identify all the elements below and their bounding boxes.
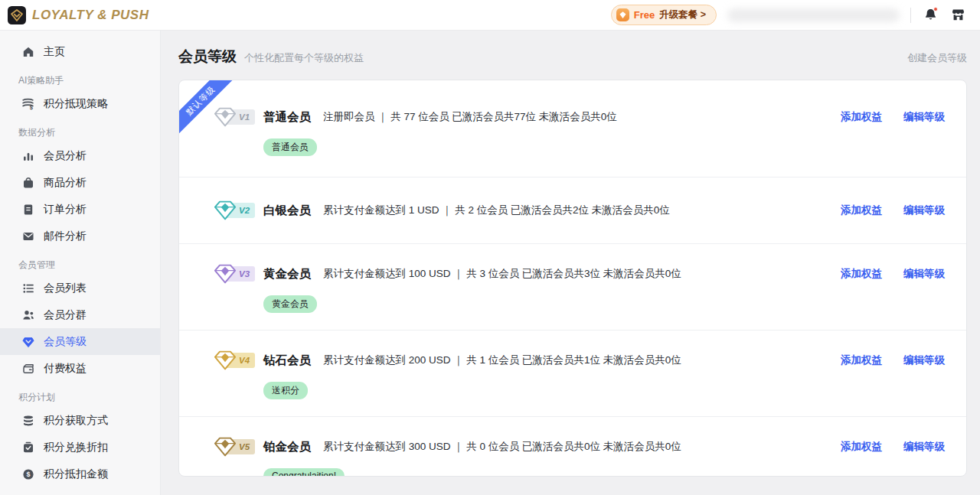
- sidebar-item-product-analytics[interactable]: 商品分析: [0, 169, 160, 196]
- sidebar-item-points-deduction[interactable]: $ 积分抵扣金额: [0, 461, 160, 487]
- sidebar-item-home[interactable]: 主页: [0, 38, 160, 65]
- add-benefit-link[interactable]: 添加权益: [841, 353, 882, 367]
- bag-check-icon: [21, 441, 34, 454]
- tier-row-v5: V5 铂金会员 累计支付金额达到 300 USD ｜ 共 0 位会员 已激活会员…: [179, 417, 966, 477]
- tier-badge-v2: V2: [213, 199, 254, 222]
- tier-badge-v4: V4: [213, 349, 254, 372]
- sidebar-item-label: 会员分析: [44, 149, 87, 163]
- sidebar-item-label: 订单分析: [44, 203, 87, 217]
- sidebar-item-member-segments[interactable]: 会员分群: [0, 301, 160, 328]
- sidebar-item-points-earning[interactable]: 积分获取方式: [0, 407, 160, 434]
- add-benefit-link[interactable]: 添加权益: [841, 110, 882, 124]
- tier-description: 注册即会员 ｜ 共 77 位会员 已激活会员共77位 未激活会员共0位: [323, 110, 617, 124]
- add-benefit-link[interactable]: 添加权益: [841, 267, 882, 281]
- sidebar-item-label: 会员列表: [44, 282, 87, 295]
- sidebar-section-points-plan: 积分计划: [0, 382, 160, 407]
- member-levels-card: 默认等级 V1 普通会员 注册即会员 ｜ 共 77 位会员 已激活会员共77位 …: [178, 80, 967, 477]
- users-icon: [21, 308, 34, 321]
- dollar-circle-icon: $: [21, 467, 34, 480]
- sidebar-item-label: 积分抵现策略: [44, 97, 108, 111]
- edit-level-link[interactable]: 编辑等级: [903, 267, 945, 281]
- sidebar-section-settings: 设置: [0, 487, 160, 495]
- gem-icon: [213, 263, 237, 285]
- edit-level-link[interactable]: 编辑等级: [903, 440, 945, 454]
- sidebar-item-label: 积分获取方式: [44, 414, 108, 428]
- tier-tag: 送积分: [263, 382, 308, 399]
- brand-name: LOYALTY & PUSH: [32, 8, 149, 23]
- svg-text:$: $: [26, 471, 30, 478]
- sidebar-item-email-analytics[interactable]: 邮件分析: [0, 223, 160, 249]
- wallet-card-icon: [21, 362, 34, 375]
- sidebar-item-label: 会员分群: [44, 308, 87, 322]
- tier-row-v4: V4 钻石会员 累计支付金额达到 200 USD ｜ 共 1 位会员 已激活会员…: [179, 331, 966, 417]
- sidebar-item-label: 主页: [44, 45, 65, 59]
- tier-name: 铂金会员: [263, 439, 311, 455]
- edit-level-link[interactable]: 编辑等级: [903, 204, 945, 217]
- edit-level-link[interactable]: 编辑等级: [903, 110, 945, 124]
- sidebar-item-label: 邮件分析: [44, 230, 87, 243]
- topbar-divider: [910, 8, 911, 23]
- tier-tag: 黄金会员: [263, 295, 317, 313]
- plan-name: Free: [634, 9, 655, 21]
- upgrade-plan-button[interactable]: Free 升级套餐 >: [611, 5, 717, 25]
- sidebar-item-points-redeem-discount[interactable]: 积分兑换折扣: [0, 434, 160, 461]
- tier-badge-v5: V5: [213, 435, 254, 458]
- gem-icon: [213, 350, 237, 371]
- sidebar-item-member-analytics[interactable]: 会员分析: [0, 142, 160, 169]
- masked-account-name: [727, 8, 900, 22]
- shopping-bag-icon: [21, 176, 34, 189]
- home-icon: [21, 45, 34, 58]
- tier-row-v1: 默认等级 V1 普通会员 注册即会员 ｜ 共 77 位会员 已激活会员共77位 …: [179, 80, 966, 177]
- sidebar-item-order-analytics[interactable]: 订单分析: [0, 196, 160, 223]
- diamond-icon: [21, 335, 34, 348]
- tier-description: 累计支付金额达到 300 USD ｜ 共 0 位会员 已激活会员共0位 未激活会…: [323, 440, 681, 454]
- sidebar-item-member-list[interactable]: 会员列表: [0, 275, 160, 301]
- create-level-button[interactable]: 创建会员等级: [907, 51, 967, 65]
- envelope-icon: [21, 230, 34, 243]
- brand-gem-icon: [8, 6, 26, 24]
- add-benefit-link[interactable]: 添加权益: [841, 440, 882, 454]
- notification-dot: [933, 7, 938, 11]
- sidebar-section-member-mgmt: 会员管理: [0, 249, 160, 275]
- store-icon[interactable]: [949, 7, 966, 24]
- tier-row-v2: V2 白银会员 累计支付金额达到 1 USD ｜ 共 2 位会员 已激活会员共2…: [179, 177, 966, 244]
- upgrade-label: 升级套餐 >: [659, 8, 706, 21]
- tier-name: 普通会员: [263, 109, 311, 125]
- gem-icon: [213, 200, 237, 221]
- tier-name: 钻石会员: [263, 353, 311, 369]
- sidebar-item-label: 付费权益: [44, 362, 87, 376]
- tier-description: 累计支付金额达到 1 USD ｜ 共 2 位会员 已激活会员共2位 未激活会员共…: [323, 204, 670, 217]
- svg-text:$: $: [30, 104, 34, 110]
- gem-icon: [213, 436, 237, 458]
- sidebar-item-label: 商品分析: [44, 176, 87, 190]
- tier-name: 黄金会员: [263, 266, 311, 282]
- sidebar: 主页 AI策略助手 $ 积分抵现策略 数据分析 会员分析: [0, 31, 161, 495]
- sidebar-section-ai: AI策略助手: [0, 65, 160, 90]
- sidebar-item-label: 会员等级: [44, 335, 87, 349]
- tier-description: 累计支付金额达到 100 USD ｜ 共 3 位会员 已激活会员共3位 未激活会…: [323, 267, 681, 281]
- list-icon: [21, 282, 34, 295]
- sidebar-item-label: 积分兑换折扣: [44, 441, 108, 454]
- notifications-bell-icon[interactable]: [922, 7, 939, 24]
- tier-tag: 普通会员: [263, 138, 317, 156]
- edit-level-link[interactable]: 编辑等级: [903, 353, 945, 367]
- sidebar-section-analytics: 数据分析: [0, 117, 160, 142]
- sidebar-item-paid-benefits[interactable]: 付费权益: [0, 355, 160, 382]
- document-icon: [21, 203, 34, 216]
- page-title: 会员等级: [178, 47, 237, 67]
- gem-icon: [213, 106, 237, 128]
- sidebar-item-label: 积分抵扣金额: [44, 467, 108, 481]
- sidebar-item-points-strategy[interactable]: $ 积分抵现策略: [0, 90, 160, 117]
- points-cash-strategy-icon: $: [21, 97, 34, 110]
- tier-badge-v3: V3: [213, 262, 254, 285]
- tier-row-v3: V3 黄金会员 累计支付金额达到 100 USD ｜ 共 3 位会员 已激活会员…: [179, 244, 966, 331]
- plan-gem-icon: [616, 8, 629, 21]
- tier-tag: Congratulaition!: [263, 468, 345, 477]
- coins-stack-icon: [21, 414, 34, 427]
- main-content: 会员等级 个性化配置每个等级的权益 创建会员等级 默认等级 V1: [161, 31, 980, 495]
- page-subtitle: 个性化配置每个等级的权益: [244, 51, 364, 65]
- sidebar-item-member-levels[interactable]: 会员等级: [0, 328, 160, 355]
- brand-logo[interactable]: LOYALTY & PUSH: [8, 6, 149, 24]
- tier-description: 累计支付金额达到 200 USD ｜ 共 1 位会员 已激活会员共1位 未激活会…: [323, 353, 681, 367]
- add-benefit-link[interactable]: 添加权益: [841, 204, 882, 217]
